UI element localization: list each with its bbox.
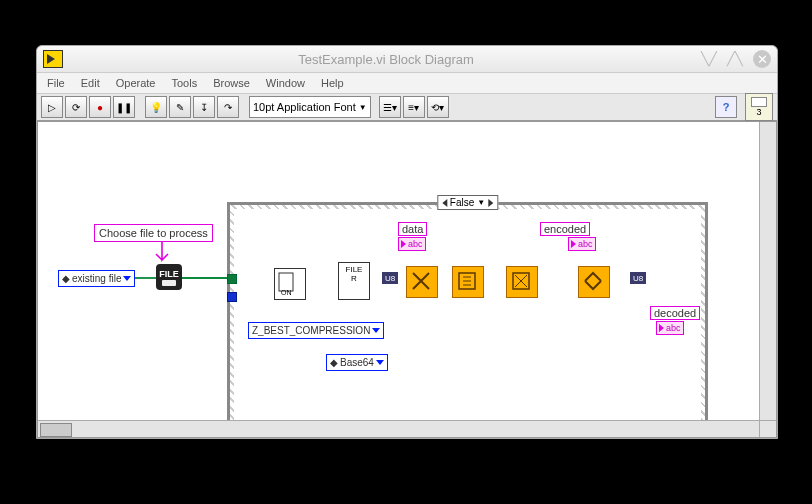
enum-const-compression[interactable]: Z_BEST_COMPRESSION <box>248 322 384 339</box>
open-file-node[interactable]: ON <box>274 268 306 300</box>
case-selector-value: False <box>450 197 474 208</box>
distribute-objects-button[interactable]: ≡▾ <box>403 96 425 118</box>
highlight-exec-button[interactable]: 💡 <box>145 96 167 118</box>
encode-node[interactable] <box>452 266 484 298</box>
step-over-button[interactable]: ↷ <box>217 96 239 118</box>
connector-count: 3 <box>756 107 761 117</box>
free-label-comment[interactable]: Choose file to process <box>94 224 213 242</box>
indicator-label-data[interactable]: data <box>398 222 427 236</box>
case-prev-icon[interactable] <box>442 199 447 207</box>
diagram-area[interactable]: Choose file to process ◆existing file FI… <box>37 121 777 438</box>
block-diagram-canvas[interactable]: Choose file to process ◆existing file FI… <box>38 122 760 421</box>
font-selector[interactable]: 10pt Application Font ▼ <box>249 96 371 118</box>
minimize-button[interactable]: ╲╱ <box>701 50 717 66</box>
labview-app-icon <box>43 50 63 68</box>
case-structure[interactable]: False ▼ <box>227 202 708 428</box>
horizontal-scroll-thumb[interactable] <box>40 423 72 437</box>
abort-button[interactable]: ● <box>89 96 111 118</box>
string-to-byte-array-node[interactable]: U8 <box>630 272 646 284</box>
horizontal-scrollbar[interactable] <box>38 420 760 437</box>
window-title: TestExample.vi Block Diagram <box>71 52 701 67</box>
tunnel-selector-in[interactable] <box>227 292 237 302</box>
titlebar: TestExample.vi Block Diagram ╲╱ ╱╲ ✕ <box>37 46 777 73</box>
menu-operate[interactable]: Operate <box>110 75 162 91</box>
window-buttons: ╲╱ ╱╲ ✕ <box>701 50 771 68</box>
retain-wire-button[interactable]: ✎ <box>169 96 191 118</box>
align-objects-button[interactable]: ☰▾ <box>379 96 401 118</box>
indicator-label-encoded[interactable]: encoded <box>540 222 590 236</box>
byte-array-to-string-node[interactable]: U8 <box>382 272 398 284</box>
pause-button[interactable]: ❚❚ <box>113 96 135 118</box>
reorder-button[interactable]: ⟲▾ <box>427 96 449 118</box>
indicator-label-decoded[interactable]: decoded <box>650 306 700 320</box>
run-button[interactable]: ▷ <box>41 96 63 118</box>
toolbar: ▷ ⟳ ● ❚❚ 💡 ✎ ↧ ↷ 10pt Application Font ▼… <box>37 94 777 121</box>
maximize-button[interactable]: ╱╲ <box>727 50 743 66</box>
menu-file[interactable]: File <box>41 75 71 91</box>
read-file-node[interactable]: FILE R <box>338 262 370 300</box>
svg-text:ON: ON <box>281 289 292 296</box>
run-continuous-button[interactable]: ⟳ <box>65 96 87 118</box>
window-frame: TestExample.vi Block Diagram ╲╱ ╱╲ ✕ Fil… <box>36 45 778 439</box>
scroll-corner <box>759 420 776 437</box>
context-help-button[interactable]: ? <box>715 96 737 118</box>
close-button[interactable]: ✕ <box>753 50 771 68</box>
compress-node[interactable] <box>406 266 438 298</box>
string-indicator-encoded[interactable]: abc <box>568 237 596 251</box>
tunnel-path-in[interactable] <box>227 274 237 284</box>
case-next-icon[interactable] <box>488 199 493 207</box>
enum-const-encoding[interactable]: ◆Base64 <box>326 354 388 371</box>
menu-browse[interactable]: Browse <box>207 75 256 91</box>
case-selector[interactable]: False ▼ <box>437 195 498 210</box>
menu-window[interactable]: Window <box>260 75 311 91</box>
enum-const-file-mode[interactable]: ◆existing file <box>58 270 135 287</box>
vi-icon-connector[interactable]: 3 <box>745 93 773 121</box>
file-dialog-node[interactable]: FILE <box>156 264 182 290</box>
string-indicator-decoded[interactable]: abc <box>656 321 684 335</box>
menubar: File Edit Operate Tools Browse Window He… <box>37 73 777 94</box>
font-selector-label: 10pt Application Font <box>253 101 356 113</box>
vertical-scrollbar[interactable] <box>759 122 776 421</box>
string-indicator-data[interactable]: abc <box>398 237 426 251</box>
step-into-button[interactable]: ↧ <box>193 96 215 118</box>
menu-tools[interactable]: Tools <box>165 75 203 91</box>
menu-edit[interactable]: Edit <box>75 75 106 91</box>
case-structure-frame <box>234 209 701 421</box>
menu-help[interactable]: Help <box>315 75 350 91</box>
decompress-node[interactable] <box>578 266 610 298</box>
decode-node[interactable] <box>506 266 538 298</box>
